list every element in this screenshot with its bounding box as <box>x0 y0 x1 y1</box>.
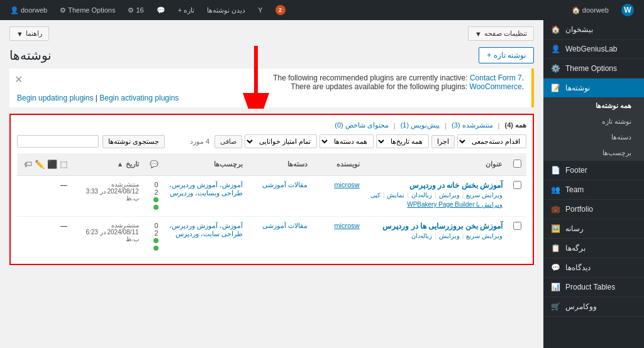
sidebar-item-woocommerce[interactable]: ووکامرس 🛒 <box>543 297 644 317</box>
search-posts-button[interactable]: جستجوی نوشته‌ها <box>103 135 165 148</box>
theme-options-bar[interactable]: Theme Options ⚙ <box>56 6 119 14</box>
comment-icon-bar[interactable]: 💬 <box>153 6 169 14</box>
date-filter-select[interactable]: همه تاریخ‌ها <box>376 134 429 148</box>
sidebar-label-theme-options: Theme Options <box>565 64 617 73</box>
woocommerce-link[interactable]: WooCommerce <box>470 82 522 91</box>
th-comments: 💬 <box>144 153 164 176</box>
table-header-row: عنوان نویسنده دسته‌ها برچسب‌ها 💬 تاریخ ▲… <box>17 153 526 176</box>
row2-title-link[interactable]: آموزش بخن بروزرسایی ها در وردپرس <box>382 222 502 231</box>
filter-tab-all[interactable]: همه (4) <box>504 121 526 129</box>
new-item[interactable]: تازه + <box>174 6 198 14</box>
sidebar-label-team: Team <box>565 185 584 194</box>
bulk-apply-label: اجرا <box>437 138 449 145</box>
row2-author-link[interactable]: microsw <box>334 222 359 229</box>
site-name[interactable]: doorweb 🏠 <box>568 6 613 14</box>
accessibility-filter-select[interactable]: تمام امتیاز خوانایی <box>245 134 317 148</box>
row1-tag-webdesign[interactable]: طراحی وبسایت، <box>195 189 243 197</box>
sidebar-item-product-tables[interactable]: Product Tables 📊 <box>543 278 644 297</box>
contact-form-link[interactable]: Contact Form 7 <box>470 73 522 82</box>
begin-updating-link[interactable]: Begin updating plugins <box>17 94 93 102</box>
search-input[interactable] <box>17 135 99 148</box>
close-notice-button[interactable]: ✕ <box>14 73 23 85</box>
row1-tag-wp-tutorial[interactable]: آموزش وردپرس، <box>169 181 218 188</box>
sidebar-item-team[interactable]: Team 👥 <box>543 180 644 200</box>
cat-filter-select[interactable]: همه دسته‌ها <box>319 134 374 148</box>
sidebar: بیشخوان 🏠 WebGeniusLab 👤 Theme Options ⚙… <box>543 20 644 348</box>
row2-checkbox-input[interactable] <box>513 222 521 230</box>
site-name-label: doorweb <box>582 6 609 14</box>
edit-icon[interactable]: ✏️ <box>35 160 45 169</box>
row1-wpbakery[interactable]: ویرایش با WPBakery Page Builder <box>407 201 502 208</box>
row1-checkbox-input[interactable] <box>513 181 521 189</box>
sidebar-item-webgeniuslab[interactable]: WebGeniusLab 👤 <box>543 40 644 59</box>
row2-tag-webdesign[interactable]: طراحی سایت، <box>201 230 243 237</box>
filter-tab-draft[interactable]: پیش‌نویس (1) <box>401 121 440 129</box>
submenu-categories[interactable]: دسته‌ها <box>543 129 644 145</box>
count-label[interactable]: 16 ⚙ <box>124 6 147 14</box>
filter-tabs: همه (4) | منتشرشده (3) | پیش‌نویس (1) | … <box>17 121 526 129</box>
row2-tag-wp[interactable]: وردپرس <box>175 230 199 237</box>
wp-logo[interactable]: W <box>618 4 638 16</box>
product-tables-icon: 📊 <box>551 283 560 291</box>
sidebar-label-comments: دیدگاه‌ها <box>565 263 591 272</box>
posts-area: همه (4) | منتشرشده (3) | پیش‌نویس (1) | … <box>9 114 534 265</box>
row1-copy[interactable]: کپی <box>370 192 380 198</box>
sidebar-item-pages[interactable]: برگه‌ها 📋 <box>543 239 644 258</box>
filter-apply-button[interactable]: صافی <box>214 135 242 148</box>
filter-tab-featured[interactable]: محتوای شاخص (0) <box>335 121 389 129</box>
page-settings-button[interactable]: تنظیمات صفحه ▼ <box>468 26 534 41</box>
row2-trash[interactable]: زباله‌دان <box>411 232 432 239</box>
sidebar-item-dashboard[interactable]: بیشخوان 🏠 <box>543 20 644 40</box>
row2-quick-edit[interactable]: ویرایش سریع <box>466 232 502 239</box>
row1-author-link[interactable]: microsw <box>334 181 359 188</box>
copy-icon[interactable]: ⬚ <box>60 160 67 169</box>
tag-icon[interactable]: 🏷 <box>24 160 32 169</box>
begin-activating-link[interactable]: Begin activating plugins <box>99 94 179 102</box>
submenu-tags[interactable]: برچسب‌ها <box>543 145 644 161</box>
row2-dot1 <box>153 238 158 243</box>
bulk-action-select[interactable]: اقدام دسته‌جمعی <box>457 134 526 148</box>
sidebar-item-footer[interactable]: Footer 📄 <box>543 161 644 180</box>
row1-view[interactable]: نمایش <box>387 192 404 198</box>
row1-edit[interactable]: ویرایش <box>439 192 460 198</box>
page-title-area: نوشته تازه + نوشته‌ها <box>9 47 534 63</box>
sidebar-item-posts[interactable]: نوشته‌ها 📝 <box>543 79 644 98</box>
notice-links: Begin updating plugins | Begin activatin… <box>17 94 524 102</box>
submenu-all-posts[interactable]: همه نوشته‌ها <box>543 98 644 114</box>
page-settings-label: تنظیمات صفحه <box>484 30 527 38</box>
row2-cat-link[interactable]: مقالات آموزشی <box>262 222 308 229</box>
row2-tag-tutorial[interactable]: آموزش، <box>219 222 243 229</box>
th-title: عنوان <box>365 153 508 176</box>
select-all-checkbox[interactable] <box>513 160 521 168</box>
guide-button[interactable]: راهنما ▼ <box>9 26 49 41</box>
bulk-apply-button[interactable]: اجرا <box>431 135 455 148</box>
row1-cat-link[interactable]: مقالات آموزشی <box>262 181 308 188</box>
filter-tab-published[interactable]: منتشرشده (3) <box>452 121 493 129</box>
posts-table: عنوان نویسنده دسته‌ها برچسب‌ها 💬 تاریخ ▲… <box>17 153 526 258</box>
notice-box: ✕ .The following recommended plugins are… <box>9 68 534 107</box>
row1-dot2 <box>153 205 158 210</box>
notification-bell[interactable]: 2 <box>272 5 289 15</box>
submenu-new-post[interactable]: نوشته تازه <box>543 114 644 129</box>
sidebar-item-comments[interactable]: دیدگاه‌ها 💬 <box>543 258 644 278</box>
row1-tag-wp[interactable]: وردپرس <box>170 189 193 197</box>
row2-title: آموزش بخن بروزرسایی ها در وردپرس ویرایش … <box>365 217 508 258</box>
search-btn-label: جستجوی نوشته‌ها <box>108 138 159 145</box>
row2-tag-wp-tutorial[interactable]: آموزش وردپرس، <box>169 222 218 229</box>
user-name[interactable]: doorweb 👤 <box>6 6 51 14</box>
sidebar-item-theme-options[interactable]: Theme Options ⚙️ <box>543 59 644 79</box>
yoast-icon[interactable]: Y <box>254 6 266 14</box>
sidebar-item-portfolio[interactable]: Portfolio 💼 <box>543 200 644 219</box>
row1-tag-tutorial[interactable]: آموزش، <box>219 181 243 188</box>
topbar-right: تنظیمات صفحه ▼ <box>468 26 534 41</box>
row1-quick-edit[interactable]: ویرایش سریع <box>466 192 502 198</box>
view-posts[interactable]: دیدن نوشته‌ها <box>203 6 249 14</box>
paste-icon[interactable]: ⬛ <box>47 160 57 169</box>
row1-trash[interactable]: زباله‌دان <box>411 192 432 198</box>
row2-dot2 <box>153 246 158 251</box>
row1-title-link[interactable]: آموزش بخش خانه در وردپرس <box>409 181 502 190</box>
sidebar-item-media[interactable]: رسانه 🖼️ <box>543 219 644 239</box>
new-post-button[interactable]: نوشته تازه + <box>479 47 534 63</box>
row2-date: منتشرشده 2024/08/11 در 6:23 ب.ظ <box>72 217 144 258</box>
row2-edit[interactable]: ویرایش <box>439 232 460 239</box>
